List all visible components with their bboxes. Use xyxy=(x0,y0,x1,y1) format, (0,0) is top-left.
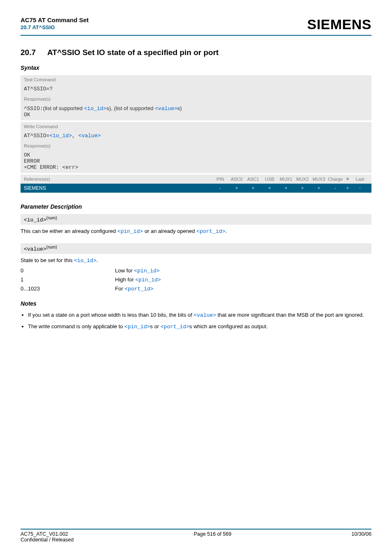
sym-7: - xyxy=(327,185,344,191)
resp-mid2: s), (list of supported xyxy=(106,105,155,111)
test-response: ^SSIO:(list of supported <io_id>s), (lis… xyxy=(21,104,371,120)
pin-id-link-2[interactable]: <pin_id> xyxy=(134,268,159,274)
note2-e: s which are configured as output. xyxy=(189,323,268,329)
pin-id-link-1[interactable]: <pin_id> xyxy=(118,228,143,235)
doc-title: AC75 AT Command Set xyxy=(21,16,89,23)
footer-classification: Confidential / Released xyxy=(21,537,74,543)
sym-3: + xyxy=(261,185,278,191)
write-prefix: AT^SSIO= xyxy=(24,133,49,139)
pin-id-link-4[interactable]: <pin_id> xyxy=(125,324,150,330)
response-label-2: Response(s) xyxy=(21,141,371,150)
state-text-2: . xyxy=(97,257,98,263)
val-key-1: 1 xyxy=(21,276,115,283)
ok-2: OK xyxy=(24,152,30,158)
sym-9: - xyxy=(352,185,368,191)
value-desc: State to be set for this <io_id>. xyxy=(21,256,371,265)
num-sup-2: (num) xyxy=(46,245,57,249)
test-command-box: Test Command AT^SSIO=? Response(s) ^SSIO… xyxy=(21,75,371,120)
reference-header-row: Reference(s) PIN ASC0 ASC1 USB MUX1 MUX2… xyxy=(21,175,371,184)
val-desc-0: Low for <pin_id> xyxy=(115,267,160,274)
error: ERROR xyxy=(24,158,40,164)
val-desc-1: High for <pin_id> xyxy=(115,276,161,283)
vendor-name: SIEMENS xyxy=(24,185,212,191)
value-token: <value> xyxy=(24,246,46,252)
test-command-label: Test Command xyxy=(21,75,371,84)
sym-6: + xyxy=(311,185,327,191)
write-command-code: AT^SSIO=<io_id>, <value> xyxy=(21,131,371,141)
pin-id-link-3[interactable]: <pin_id> xyxy=(135,277,161,283)
write-io[interactable]: <io_id> xyxy=(49,133,72,139)
resp-val[interactable]: <value> xyxy=(155,106,178,112)
footer-page: Page 516 of 569 xyxy=(194,531,231,543)
sym-8: + xyxy=(344,185,352,191)
val-key-2: 0...1023 xyxy=(21,286,115,292)
footer-date: 10/30/06 xyxy=(351,531,371,543)
num-sup-1: (num) xyxy=(46,216,57,220)
write-response: OK ERROR +CME ERROR: <err> xyxy=(21,150,371,173)
resp-end: s) xyxy=(178,105,182,111)
doc-subtitle: 20.7 AT^SSIO xyxy=(21,24,89,30)
section-heading: 20.7AT^SSIO Set IO state of a specified … xyxy=(21,48,371,57)
io-text-2: or an already opened xyxy=(143,228,196,234)
header-left: AC75 AT Command Set 20.7 AT^SSIO xyxy=(21,16,89,30)
resp-mid1: (list of supported xyxy=(43,105,84,111)
brand-logo: SIEMENS xyxy=(307,16,371,32)
col-mux3: MUX3 xyxy=(311,177,327,182)
notes-list: If you set a state on a port whose width… xyxy=(21,311,371,331)
val-desc-2: For <port_id> xyxy=(115,286,153,292)
table-row: 0 Low for <pin_id> xyxy=(21,267,371,274)
param-io-id: <io_id>(num) xyxy=(21,214,371,225)
sym-4: + xyxy=(278,185,294,191)
table-row: 1 High for <pin_id> xyxy=(21,276,371,283)
state-text-1: State to be set for this xyxy=(21,257,74,263)
sym-5: + xyxy=(294,185,311,191)
footer-left: AC75_ATC_V01.002 Confidential / Released xyxy=(21,531,74,543)
write-command-label: Write Command xyxy=(21,122,371,131)
col-charge: Charge xyxy=(327,177,344,182)
footer-row: AC75_ATC_V01.002 Confidential / Released… xyxy=(21,531,371,543)
io-text-3: . xyxy=(225,228,227,234)
param-desc-label: Parameter Description xyxy=(21,203,371,210)
note2-a: The write command is only applicable to xyxy=(28,323,125,329)
header-rule xyxy=(21,35,371,36)
note1-a: If you set a state on a port whose width… xyxy=(28,312,194,318)
notes-label: Notes xyxy=(21,300,371,307)
sym-0: - xyxy=(212,185,228,191)
write-sep: , xyxy=(72,133,78,139)
response-label-1: Response(s) xyxy=(21,94,371,104)
syntax-label: Syntax xyxy=(21,64,371,71)
val-key-0: 0 xyxy=(21,267,115,274)
io-id-link[interactable]: <io_id> xyxy=(74,258,97,264)
footer-rule xyxy=(21,529,371,530)
list-item: If you set a state on a port whose width… xyxy=(28,311,371,320)
col-mux2: MUX2 xyxy=(294,177,311,182)
table-row: 0...1023 For <port_id> xyxy=(21,286,371,292)
resp-prefix: ^SSIO: xyxy=(24,106,43,112)
port-id-link-1[interactable]: <port_id> xyxy=(196,228,225,235)
port-id-link-3[interactable]: <port_id> xyxy=(161,324,189,330)
io-text-1: This can be either an already configured xyxy=(21,228,118,234)
note2-c: s or xyxy=(150,323,160,329)
note1-c: that are more significant than the MSB o… xyxy=(216,312,364,318)
io-id-token: <io_id> xyxy=(24,217,46,223)
page-footer: AC75_ATC_V01.002 Confidential / Released… xyxy=(21,529,371,543)
col-last: Last xyxy=(352,177,368,182)
col-asc0: ASC0 xyxy=(228,177,245,182)
io-id-desc: This can be either an already configured… xyxy=(21,227,371,236)
page-header: AC75 AT Command Set 20.7 AT^SSIO SIEMENS xyxy=(21,16,371,35)
resp-io[interactable]: <io_id> xyxy=(84,106,107,112)
write-command-box: Write Command AT^SSIO=<io_id>, <value> R… xyxy=(21,122,371,173)
cme-error: +CME ERROR: <err> xyxy=(24,164,78,170)
reference-value-row: SIEMENS - + + + + + + - + - xyxy=(21,184,371,193)
col-mux1: MUX1 xyxy=(278,177,294,182)
test-command-code: AT^SSIO=? xyxy=(21,84,371,94)
list-item: The write command is only applicable to … xyxy=(28,322,371,331)
write-val[interactable]: <value> xyxy=(78,133,101,139)
sym-1: + xyxy=(228,185,245,191)
sym-2: + xyxy=(245,185,261,191)
port-id-link-2[interactable]: <port_id> xyxy=(125,286,153,292)
footer-doc-id: AC75_ATC_V01.002 xyxy=(21,531,74,537)
reference-label: Reference(s) xyxy=(24,177,212,182)
airplane-icon: ✈ xyxy=(344,176,352,182)
value-link[interactable]: <value> xyxy=(194,312,216,318)
